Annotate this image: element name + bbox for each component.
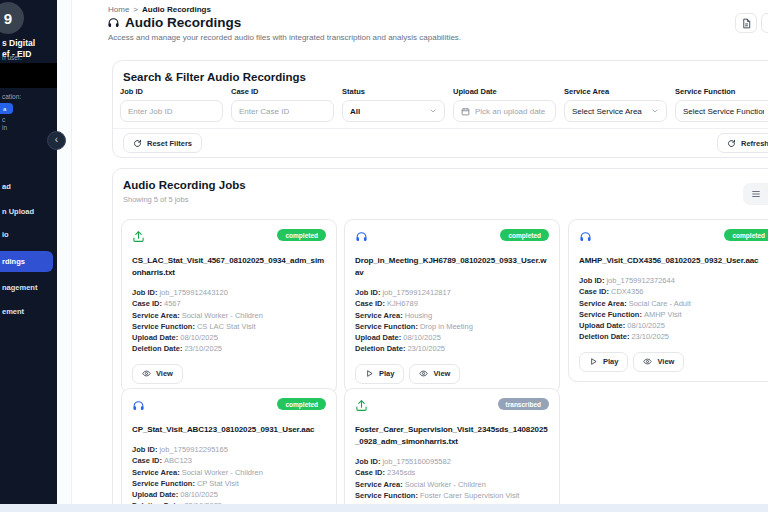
jobs-count: Showing 5 of 5 jobs <box>123 195 188 204</box>
meta-line-2: in <box>2 124 7 131</box>
field-job-id: Job ID:job_1759912443120 <box>132 287 326 298</box>
field-case-id: Case ID:KJH6789 <box>355 298 549 309</box>
view-toggle <box>743 183 768 205</box>
play-button[interactable]: Play <box>579 352 628 372</box>
reset-filters-label: Reset Filters <box>147 139 192 148</box>
sidebar-item-audio-recordings[interactable]: rdings <box>0 251 53 272</box>
upload-date-placeholder: Pick an upload date <box>475 107 545 116</box>
field-upload-date: Upload Date:08/10/2025 <box>579 320 768 331</box>
field-service-area: Service Area:Social Worker - Children <box>132 467 326 478</box>
field-job-id: Job ID:job_1759912372644 <box>579 275 768 286</box>
field-job-id: Job ID:job_1759912412817 <box>355 287 549 298</box>
view-button[interactable]: View <box>633 352 684 372</box>
upload-icon <box>132 229 145 247</box>
status-badge: transcribed <box>498 398 549 410</box>
sidebar-item-admin-upload[interactable]: n Upload <box>0 207 57 216</box>
location-badge: a <box>0 103 13 114</box>
service-function-select[interactable]: Select Service Function <box>675 100 768 122</box>
job-id-label: Job ID <box>120 87 223 96</box>
document-icon <box>741 18 752 29</box>
job-id-input[interactable] <box>128 107 215 116</box>
status-badge: completed <box>277 398 326 410</box>
calendar-icon <box>461 107 470 116</box>
status-select[interactable]: All <box>342 100 445 122</box>
case-id-label: Case ID <box>231 87 334 96</box>
sidebar: 9 s Digital ef - EID n user: cation: a c… <box>0 0 57 512</box>
microphone-button[interactable] <box>761 13 768 33</box>
sidebar-item-audio[interactable]: io <box>0 230 57 239</box>
filters-title: Search & Filter Audio Recordings <box>123 71 306 83</box>
play-icon <box>365 369 374 378</box>
field-job-id: Job ID:job_1759912295165 <box>132 444 326 455</box>
user-redacted-box <box>0 63 57 88</box>
service-area-label: Service Area <box>564 87 667 96</box>
service-function-label: Service Function <box>675 87 768 96</box>
eye-icon <box>643 357 652 366</box>
service-area-select[interactable]: Select Service Area <box>564 100 667 122</box>
play-label: Play <box>603 357 618 366</box>
upload-date-picker[interactable]: Pick an upload date <box>453 100 556 122</box>
app-window: 9 s Digital ef - EID n user: cation: a c… <box>0 0 768 512</box>
breadcrumb-separator: > <box>133 5 138 14</box>
play-button[interactable]: Play <box>355 364 404 384</box>
field-service-area: Service Area:Housing <box>355 310 549 321</box>
view-label: View <box>433 369 450 378</box>
field-service-area: Service Area:Social Worker - Children <box>132 310 326 321</box>
refresh-data-label: Refresh Da <box>741 139 768 148</box>
audio-recording-jobs-panel: Audio Recording Jobs Showing 5 of 5 jobs… <box>112 168 768 512</box>
reset-filters-button[interactable]: Reset Filters <box>123 133 202 153</box>
recording-filename: CP_Stat_Visit_ABC123_08102025_0931_User.… <box>132 424 326 436</box>
field-upload-date: Upload Date:08/10/2025 <box>132 489 326 500</box>
status-value: All <box>350 107 424 116</box>
view-button[interactable]: View <box>409 364 460 384</box>
recording-filename: Drop_in_Meeting_KJH6789_08102025_0933_Us… <box>355 255 549 279</box>
document-button[interactable] <box>735 13 757 33</box>
field-service-function: Service Function:CP Stat Visit <box>132 478 326 489</box>
location-label: cation: <box>2 93 21 100</box>
field-deletion-date: Deletion Date:23/10/2025 <box>579 331 768 342</box>
breadcrumb: Home > Audio Recordings <box>108 5 211 14</box>
breadcrumb-current: Audio Recordings <box>142 5 211 14</box>
case-id-input[interactable] <box>239 107 326 116</box>
recording-filename: Foster_Carer_Supervision_Visit_2345sds_1… <box>355 424 549 448</box>
recording-filename: AMHP_Visit_CDX4356_08102025_0932_User.aa… <box>579 255 768 267</box>
play-icon <box>589 357 598 366</box>
service-function-value: Select Service Function <box>683 107 764 116</box>
list-view-button[interactable] <box>745 185 767 203</box>
view-button[interactable]: View <box>132 364 183 384</box>
upload-icon <box>355 398 368 416</box>
play-label: Play <box>379 369 394 378</box>
chevron-down-icon <box>651 107 659 115</box>
eye-icon <box>142 369 151 378</box>
user-label: n user: <box>2 54 22 61</box>
refresh-icon <box>133 139 142 148</box>
sidebar-item-management-2[interactable]: ement <box>0 307 57 316</box>
jobs-title: Audio Recording Jobs <box>123 179 246 191</box>
field-upload-date: Upload Date:08/10/2025 <box>132 332 326 343</box>
status-badge: completed <box>500 229 549 241</box>
sidebar-item-management[interactable]: nagement <box>0 283 57 292</box>
refresh-icon <box>727 139 736 148</box>
field-case-id: Case ID:4567 <box>132 298 326 309</box>
search-filter-panel: Search & Filter Audio Recordings Job ID … <box>112 60 768 158</box>
breadcrumb-home[interactable]: Home <box>108 5 129 14</box>
sidebar-collapse-button[interactable]: ‹ <box>47 131 66 150</box>
list-icon <box>751 189 761 199</box>
field-case-id: Case ID:ABC123 <box>132 455 326 466</box>
sidebar-item-upload[interactable]: ad <box>0 182 57 191</box>
refresh-data-button[interactable]: Refresh Da <box>717 133 768 153</box>
view-label: View <box>657 357 674 366</box>
field-service-area: Service Area:Social Worker - Children <box>355 479 549 490</box>
service-area-value: Select Service Area <box>572 107 646 116</box>
status-badge: completed <box>724 229 768 241</box>
brand-line-1: s Digital <box>2 38 35 48</box>
field-case-id: Case ID:2345sds <box>355 467 549 478</box>
page-subtitle: Access and manage your recorded audio fi… <box>108 33 461 42</box>
horizontal-scrollbar[interactable] <box>0 504 768 512</box>
headphones-icon <box>579 229 592 247</box>
recording-card: completedCS_LAC_Stat_Visit_4567_08102025… <box>121 219 337 394</box>
field-job-id: Job ID:job_1755160095582 <box>355 456 549 467</box>
field-service-function: Service Function:Foster Carer Supervisio… <box>355 490 549 501</box>
chevron-down-icon <box>429 107 437 115</box>
field-service-area: Service Area:Social Care - Adult <box>579 298 768 309</box>
